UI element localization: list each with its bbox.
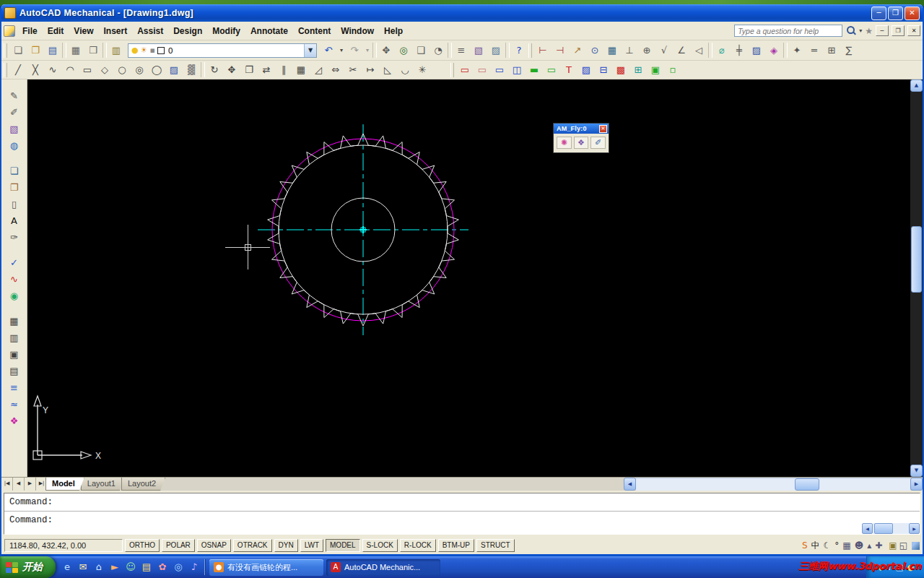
horizontal-scroll-track[interactable] xyxy=(636,478,910,491)
am-hidden-layer-icon[interactable]: ▭ xyxy=(474,62,491,77)
open-file-icon[interactable]: ❐ xyxy=(27,43,44,58)
feature-control-icon[interactable]: ⊕ xyxy=(638,43,655,58)
image-icon[interactable]: ▧ xyxy=(6,121,23,137)
menu-modify[interactable]: Modify xyxy=(207,23,245,39)
clean-screen-icon[interactable]: ◱ xyxy=(899,540,907,551)
circle-icon[interactable]: ○ xyxy=(113,62,131,77)
horizontal-scrollbar[interactable]: ◀ ▶ xyxy=(624,478,923,491)
undo-dropdown-icon[interactable]: ▾ xyxy=(337,43,346,58)
status-toggle-dyn[interactable]: DYN xyxy=(274,539,298,552)
pan-icon[interactable]: ✥ xyxy=(378,43,395,58)
ime-tools-icon[interactable]: ✚ xyxy=(875,540,882,551)
annotate-pencil-icon[interactable]: ✐ xyxy=(6,105,23,120)
status-toggle-s-lock[interactable]: S-LOCK xyxy=(362,539,398,552)
menu-window[interactable]: Window xyxy=(336,23,379,39)
layer-freeze-sun-icon[interactable]: ☀ xyxy=(141,44,148,57)
menu-edit[interactable]: Edit xyxy=(43,23,69,39)
music-icon[interactable]: ♪ xyxy=(187,560,201,574)
status-toggle-otrack[interactable]: OTRACK xyxy=(233,539,272,552)
donut-icon[interactable]: ◎ xyxy=(131,62,148,77)
sketch-icon[interactable]: ✎ xyxy=(6,88,23,103)
favorites-star-icon[interactable]: ★ xyxy=(865,26,873,36)
command-scrollbar[interactable]: ◀ ▶ xyxy=(862,523,920,534)
start-button[interactable]: 开始 xyxy=(0,556,56,578)
toolbar-grip[interactable] xyxy=(4,63,7,77)
color-wheel-icon[interactable]: ❖ xyxy=(6,413,23,428)
toolbar-grip[interactable] xyxy=(4,43,7,58)
world-icon[interactable]: ◍ xyxy=(6,138,23,153)
mdi-restore-button[interactable]: ❐ xyxy=(892,25,905,36)
tab-layout1[interactable]: Layout1 xyxy=(81,478,125,491)
new-file-icon[interactable]: ❏ xyxy=(9,43,27,58)
amfly-shield-icon[interactable]: ❖ xyxy=(574,137,589,149)
show-desktop-icon[interactable]: ⌂ xyxy=(92,560,106,574)
stack-icon[interactable]: ▤ xyxy=(6,363,23,379)
menu-help[interactable]: Help xyxy=(379,23,408,39)
task-forum-page[interactable]: ●有没有画链轮的程... xyxy=(209,559,323,576)
ime-moon-icon[interactable]: ☾ xyxy=(824,540,832,551)
menu-annotate[interactable]: Annotate xyxy=(245,23,293,39)
detail-view-icon[interactable]: ◈ xyxy=(765,43,783,58)
status-toggle-r-lock[interactable]: R-LOCK xyxy=(400,539,436,552)
multi-dimension-icon[interactable]: ⊣ xyxy=(552,43,569,58)
ime-user-icon[interactable]: ☻ xyxy=(855,540,864,551)
redo-icon[interactable]: ↷ xyxy=(346,43,363,58)
outlook-icon[interactable]: ✉ xyxy=(76,560,90,574)
am-border-layer-icon[interactable]: ▫ xyxy=(664,62,681,77)
table-icon[interactable]: ▦ xyxy=(6,314,23,329)
screw-connection-icon[interactable]: ✦ xyxy=(788,43,806,58)
hatch-icon[interactable]: ▨ xyxy=(165,62,183,77)
edit-text-icon[interactable]: ✑ xyxy=(6,230,23,245)
menu-insert[interactable]: Insert xyxy=(98,23,132,39)
amfly-pencil-icon[interactable]: ✐ xyxy=(590,137,606,149)
command-window[interactable]: Command:Command: ◀ ▶ xyxy=(1,491,923,537)
explode-icon[interactable]: ✳ xyxy=(414,62,431,77)
am-frame-layer-icon[interactable]: ▣ xyxy=(647,62,664,77)
command-prompt-line[interactable]: Command: xyxy=(4,512,920,530)
mirror-icon[interactable]: ⇄ xyxy=(258,62,275,77)
command-prompt-line[interactable]: Command: xyxy=(4,493,920,512)
mdi-close-button[interactable]: ✕ xyxy=(907,25,920,36)
layer-on-bulb-icon[interactable]: ● xyxy=(131,44,139,57)
toolbar-grip[interactable] xyxy=(528,43,532,58)
am-symbol-layer-icon[interactable]: ⊞ xyxy=(629,62,647,77)
move-icon[interactable]: ✥ xyxy=(223,62,240,77)
zoom-window-icon[interactable]: ❑ xyxy=(412,43,430,58)
am-title-layer-icon[interactable]: ⊟ xyxy=(595,62,612,77)
status-toggle-btm-up[interactable]: BTM-UP xyxy=(438,539,474,552)
fillet-icon[interactable]: ◡ xyxy=(396,62,414,77)
help-search-input[interactable] xyxy=(734,25,842,37)
trim-icon[interactable]: ✂ xyxy=(344,62,362,77)
command-scroll-thumb[interactable] xyxy=(874,523,893,534)
ie-icon[interactable]: e xyxy=(60,560,74,574)
menu-view[interactable]: View xyxy=(69,23,98,39)
polyline-icon[interactable]: ∿ xyxy=(44,62,61,77)
rotate-icon[interactable]: ↻ xyxy=(206,62,223,77)
stretch-icon[interactable]: ⇔ xyxy=(327,62,344,77)
text-icon[interactable]: A xyxy=(6,213,23,228)
page-icon[interactable]: ▯ xyxy=(6,197,23,212)
design-center-icon[interactable]: ▧ xyxy=(470,43,487,58)
ime-keyboard-icon[interactable]: ▦ xyxy=(842,540,850,551)
plot-icon[interactable]: ▦ xyxy=(67,43,84,58)
search-icon[interactable] xyxy=(845,25,856,36)
coordinates-readout[interactable]: 1184.80, 432.42, 0.00 xyxy=(4,539,123,552)
grid-icon[interactable]: ▥ xyxy=(6,330,23,345)
status-toggle-osnap[interactable]: OSNAP xyxy=(197,539,231,552)
save-file-icon[interactable]: ▤ xyxy=(44,43,61,58)
menu-content[interactable]: Content xyxy=(293,23,336,39)
folder-icon[interactable]: ▤ xyxy=(139,560,154,574)
undo-icon[interactable]: ↶ xyxy=(320,43,337,58)
balloon-icon[interactable]: ⊙ xyxy=(586,43,603,58)
centerline-icon[interactable]: ⌀ xyxy=(713,43,731,58)
layer-lock-icon[interactable]: ▪ xyxy=(149,44,154,57)
ime-dot-icon[interactable]: ° xyxy=(834,540,839,551)
close-button[interactable]: ✕ xyxy=(905,7,920,20)
search-dropdown-icon[interactable]: ▾ xyxy=(859,27,862,34)
datum-icon[interactable]: ⊥ xyxy=(621,43,638,58)
calculation-icon[interactable]: ∑ xyxy=(840,43,858,58)
am-text-layer-icon[interactable]: T xyxy=(560,62,578,77)
am-contour-layer-icon[interactable]: ▭ xyxy=(456,62,474,77)
properties-icon[interactable]: ≡ xyxy=(453,43,470,58)
frame-icon[interactable]: ▣ xyxy=(6,347,23,362)
